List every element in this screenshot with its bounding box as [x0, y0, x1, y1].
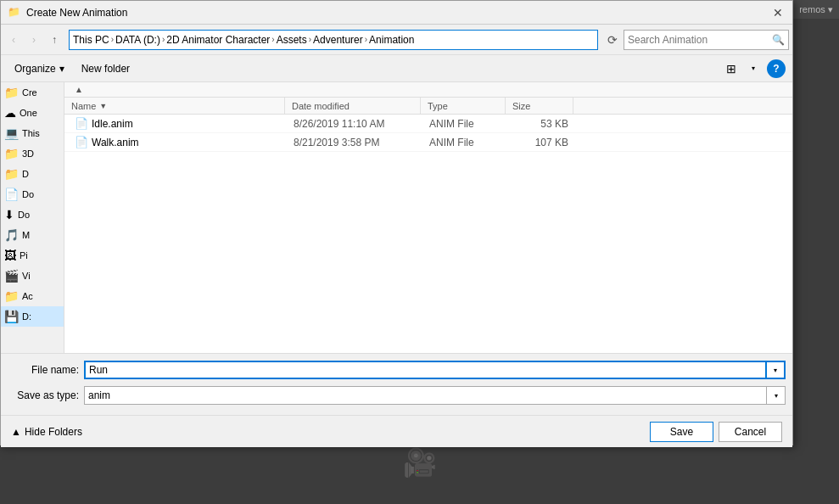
sidebar-icon-3d: 📁 [4, 147, 19, 160]
search-bar[interactable]: 🔍 [624, 30, 789, 50]
sidebar-item-d1[interactable]: 📁 D [1, 164, 64, 184]
savetype-input[interactable] [84, 386, 767, 405]
sort-up-arrow: ▲ [75, 85, 83, 94]
unity-tab-label: remos ▾ [799, 4, 833, 15]
dialog-buttons: Save Cancel [650, 422, 782, 442]
file-type-idle: ANIM File [422, 118, 507, 130]
sidebar-icon-do1: 📄 [4, 188, 19, 201]
dialog-title: Create New Animation [26, 7, 770, 19]
breadcrumb-sep-2: › [162, 35, 165, 44]
help-button[interactable]: ? [767, 59, 786, 78]
savetype-row: Save as type: ▾ [8, 384, 786, 406]
sidebar-label-do2: Do [18, 210, 30, 220]
dialog-icon: 📁 [8, 6, 21, 20]
breadcrumb-sep-5: › [365, 35, 367, 44]
file-date-walk: 8/21/2019 3:58 PM [287, 137, 422, 148]
file-size-idle: 53 KB [507, 118, 575, 130]
sidebar-item-music[interactable]: 🎵 M [1, 225, 64, 245]
column-header-size[interactable]: Size [506, 98, 573, 114]
breadcrumb-adventurer: Adventurer [313, 34, 363, 46]
view-icon: ⊞ [726, 62, 736, 76]
organize-button[interactable]: Organize ▾ [8, 59, 71, 79]
sidebar: 📁 Cre ☁ One 💻 This 📁 3D 📁 D 📄 Do [1, 82, 64, 353]
breadcrumb-sep-1: › [111, 35, 114, 44]
sidebar-item-do1[interactable]: 📄 Do [1, 184, 64, 204]
breadcrumb-animation: Animation [369, 34, 414, 46]
sidebar-label-create: Cre [22, 87, 37, 98]
filename-input[interactable] [84, 361, 767, 379]
file-list-header: Name ▼ Date modified Type Size [64, 98, 792, 115]
filename-row: File name: ▾ [8, 359, 786, 381]
breadcrumb-sep-3: › [271, 35, 274, 44]
hide-folders-button[interactable]: ▲ Hide Folders [11, 426, 82, 438]
sidebar-label-thispc: This [22, 128, 40, 138]
breadcrumb-assets: Assets [277, 34, 307, 46]
bottom-form-area: File name: ▾ Save as type: ▾ [1, 353, 792, 415]
sidebar-item-thispc[interactable]: 💻 This [1, 123, 64, 143]
filename-dropdown-button[interactable]: ▾ [767, 361, 786, 379]
second-toolbar: Organize ▾ New folder ⊞ ▾ ? [1, 55, 792, 82]
sidebar-icon-create: 📁 [4, 86, 19, 99]
file-size-walk: 107 KB [507, 137, 575, 148]
forward-button[interactable]: › [25, 31, 43, 49]
help-label: ? [773, 63, 779, 75]
sidebar-label-onedrive: One [20, 108, 37, 118]
close-button[interactable]: ✕ [770, 5, 786, 20]
breadcrumb-data: DATA (D:) [115, 34, 160, 46]
file-row-idle[interactable]: 📄 Idle.anim 8/26/2019 11:10 AM ANIM File… [64, 115, 792, 133]
title-bar: 📁 Create New Animation ✕ [1, 1, 792, 25]
view-dropdown-button[interactable]: ▾ [747, 59, 760, 79]
sidebar-item-ac[interactable]: 📁 Ac [1, 286, 64, 306]
breadcrumb-animator: 2D Animator Character [166, 34, 270, 46]
cancel-button[interactable]: Cancel [719, 422, 782, 442]
column-header-name[interactable]: Name ▼ [64, 98, 285, 114]
column-header-type[interactable]: Type [421, 98, 506, 114]
new-folder-button[interactable]: New folder [75, 59, 137, 79]
sidebar-icon-pictures: 🖼 [4, 249, 16, 262]
unity-tab: remos ▾ [793, 0, 839, 19]
file-row-walk[interactable]: 📄 Walk.anim 8/21/2019 3:58 PM ANIM File … [64, 133, 792, 152]
sidebar-item-3d[interactable]: 📁 3D [1, 143, 64, 164]
file-list: ▲ Name ▼ Date modified Type Size [64, 82, 792, 353]
sort-arrow: ▼ [99, 102, 107, 110]
search-input[interactable] [624, 34, 772, 46]
sidebar-item-onedrive[interactable]: ☁ One [1, 103, 64, 123]
file-name-idle: Idle.anim [92, 118, 287, 130]
sidebar-label-ac: Ac [22, 291, 33, 301]
view-button[interactable]: ⊞ [719, 59, 743, 79]
sidebar-item-videos[interactable]: 🎬 Vi [1, 266, 64, 286]
organize-dropdown-icon: ▾ [59, 63, 64, 75]
content-area: 📁 Cre ☁ One 💻 This 📁 3D 📁 D 📄 Do [1, 82, 792, 353]
search-icon: 🔍 [772, 34, 785, 46]
back-button[interactable]: ‹ [4, 31, 23, 49]
footer-bar: ▲ Hide Folders Save Cancel [1, 415, 792, 447]
sidebar-icon-d1: 📁 [4, 167, 19, 181]
savetype-dropdown-button[interactable]: ▾ [767, 386, 786, 405]
sidebar-item-drive[interactable]: 💾 D: [1, 306, 64, 327]
sidebar-icon-ac: 📁 [4, 289, 19, 303]
sidebar-item-pictures[interactable]: 🖼 Pi [1, 245, 64, 266]
sidebar-label-drive: D: [22, 311, 31, 322]
sidebar-label-pictures: Pi [20, 250, 28, 260]
sidebar-item-create[interactable]: 📁 Cre [1, 82, 64, 103]
file-name-walk: Walk.anim [92, 137, 287, 148]
sidebar-label-do1: Do [22, 189, 34, 199]
file-icon-idle: 📄 [75, 117, 88, 130]
sort-arrow-area: ▲ [64, 82, 792, 98]
sidebar-label-videos: Vi [22, 271, 31, 281]
sidebar-item-do2[interactable]: ⬇ Do [1, 204, 64, 225]
file-icon-walk: 📄 [75, 136, 88, 148]
refresh-button[interactable]: ⟳ [603, 31, 622, 49]
camera-icon: 🎥 [403, 447, 437, 478]
save-button[interactable]: Save [650, 422, 713, 442]
file-type-walk: ANIM File [422, 137, 507, 148]
savetype-label: Save as type: [8, 389, 84, 401]
address-bar[interactable]: This PC › DATA (D:) › 2D Animator Charac… [69, 30, 598, 50]
up-button[interactable]: ↑ [45, 31, 64, 49]
column-header-date[interactable]: Date modified [285, 98, 421, 114]
sidebar-icon-thispc: 💻 [4, 126, 19, 140]
sidebar-icon-drive: 💾 [4, 310, 19, 323]
filename-label: File name: [8, 364, 84, 376]
new-folder-label: New folder [81, 63, 130, 75]
organize-label: Organize [14, 63, 56, 75]
